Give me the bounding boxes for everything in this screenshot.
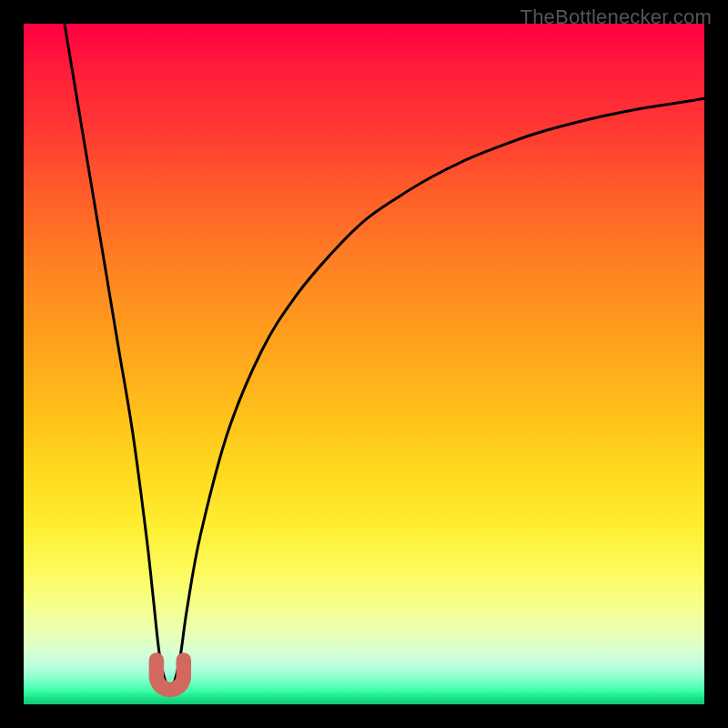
branding-label: TheBottlenecker.com xyxy=(521,5,712,29)
chart-frame: TheBottlenecker.com xyxy=(0,0,728,728)
bottleneck-curve xyxy=(65,24,704,688)
curve-layer xyxy=(24,24,704,704)
minimum-marker xyxy=(157,660,184,689)
plot-area xyxy=(24,24,704,704)
